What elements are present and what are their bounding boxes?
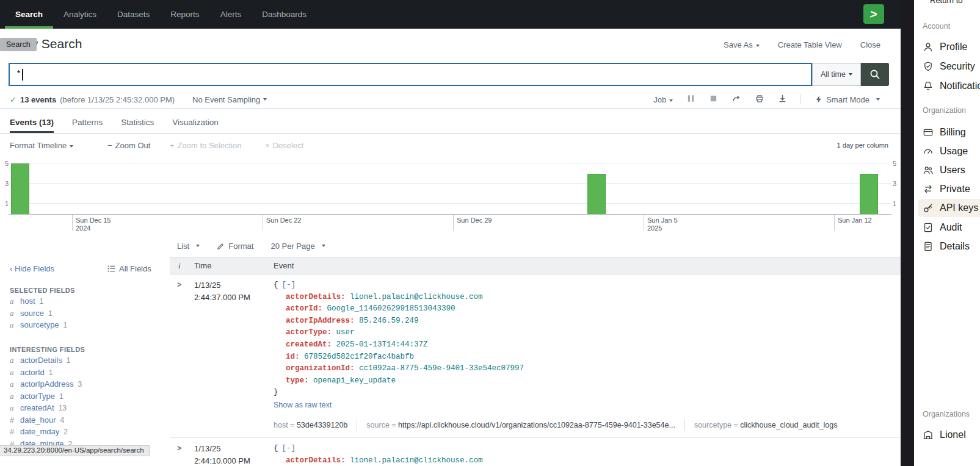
meta-field: host = 53de4339120b [274, 420, 357, 432]
nav-item-datasets[interactable]: Datasets [107, 0, 160, 29]
meta-field-value[interactable]: clickhouse_cloud_audit_logs [740, 421, 837, 429]
show-raw-text-link[interactable]: Show as raw text [274, 400, 901, 412]
nav-item-search[interactable]: Search [5, 0, 53, 29]
event-sampling-dropdown[interactable]: No Event Sampling [192, 90, 267, 109]
format-results-button[interactable]: Format [217, 242, 253, 251]
download-job-button[interactable] [778, 94, 787, 105]
timeline-bar[interactable] [11, 163, 29, 214]
timeline-bar[interactable] [860, 174, 878, 214]
return-link[interactable]: Return to [930, 0, 962, 5]
json-value[interactable]: cc1092aa-8775-459e-9401-33e54ec07997 [359, 364, 524, 373]
json-value[interactable]: 678526d582c1f20fac4babfb [304, 353, 414, 361]
settings-item-billing[interactable]: Billing [918, 123, 980, 142]
zoom-to-selection-button[interactable]: +Zoom to Selection [170, 141, 241, 150]
json-key[interactable]: type: [286, 376, 309, 385]
json-value[interactable]: lionel.palacin@clickhouse.com [350, 456, 483, 465]
expand-event-button[interactable]: > [177, 444, 181, 453]
share-job-button[interactable] [731, 94, 741, 105]
logo-chevron-icon: > [869, 7, 879, 21]
field-item-actoripaddress[interactable]: aactorIpAddress3 [0, 379, 166, 392]
expand-event-button[interactable]: > [177, 281, 181, 289]
per-page-dropdown[interactable]: 20 Per Page [270, 242, 325, 251]
field-name[interactable]: date_hour [20, 415, 56, 425]
search-query-input[interactable]: * [9, 63, 812, 86]
field-item-date-mday[interactable]: #date_mday2 [0, 427, 166, 439]
tab-patterns[interactable]: Patterns [72, 113, 103, 133]
shield-icon [923, 61, 934, 72]
print-job-button[interactable] [755, 94, 764, 106]
time-range-picker[interactable]: All time [812, 63, 861, 86]
list-view-dropdown[interactable]: List [177, 242, 200, 251]
settings-item-lionel[interactable]: Lionel [918, 426, 980, 444]
json-key[interactable]: organizationId: [286, 364, 355, 373]
json-key[interactable]: id: [286, 353, 300, 361]
timeline-bar[interactable] [587, 174, 606, 214]
field-item-actorid[interactable]: aactorId1 [0, 368, 166, 380]
json-value[interactable]: openapi_key_update [313, 376, 396, 385]
all-fields-button[interactable]: All Fields [107, 264, 151, 273]
deselect-button[interactable]: ×Deselect [265, 141, 303, 150]
collapse-json-button[interactable]: [-] [282, 281, 296, 289]
settings-item-api-keys[interactable]: API keys [918, 199, 980, 217]
job-menu-button[interactable]: Job [653, 95, 673, 104]
tab-events-13[interactable]: Events (13) [10, 113, 54, 133]
print-icon [755, 94, 764, 106]
field-item-sourcetype[interactable]: asourcetype1 [0, 320, 166, 332]
field-name[interactable]: actorId [20, 368, 45, 377]
settings-item-users[interactable]: Users [918, 161, 980, 179]
meta-field-value[interactable]: 53de4339120b [297, 421, 347, 429]
field-name[interactable]: actorIpAddress [20, 379, 73, 389]
nav-item-analytics[interactable]: Analytics [53, 0, 107, 29]
field-item-actordetails[interactable]: aactorDetails1 [0, 356, 166, 368]
settings-item-usage[interactable]: Usage [918, 142, 980, 160]
json-value[interactable]: Google_114602629918513043390 [327, 304, 456, 313]
field-name[interactable]: createdAt [20, 403, 54, 412]
hide-fields-button[interactable]: ‹ Hide Fields [10, 264, 54, 273]
field-name[interactable]: actorType [20, 392, 55, 401]
timeline-chart[interactable] [9, 156, 891, 215]
field-name[interactable]: date_mday [20, 427, 59, 436]
tab-statistics[interactable]: Statistics [121, 113, 154, 133]
settings-item-security[interactable]: Security [918, 57, 980, 76]
close-button[interactable]: Close [860, 40, 880, 49]
field-name[interactable]: source [20, 309, 44, 318]
pause-job-button[interactable] [686, 94, 695, 105]
nav-item-reports[interactable]: Reports [160, 0, 209, 29]
json-value[interactable]: 2025-01-13T14:44:37Z [336, 340, 428, 349]
stop-job-button[interactable] [709, 94, 718, 105]
search-button[interactable] [861, 63, 889, 86]
json-key[interactable]: actorId: [286, 304, 322, 313]
json-value[interactable]: user [336, 328, 355, 337]
field-item-host[interactable]: ahost1 [0, 296, 166, 309]
field-name[interactable]: host [20, 296, 35, 306]
json-key[interactable]: createdAt: [286, 340, 332, 349]
format-timeline-button[interactable]: Format Timeline [10, 141, 73, 150]
field-name[interactable]: actorDetails [20, 356, 62, 365]
zoom-out-button[interactable]: −Zoom Out [107, 141, 150, 150]
field-item-createdat[interactable]: acreatedAt13 [0, 403, 166, 415]
json-key[interactable]: actorDetails: [286, 456, 346, 465]
settings-item-private[interactable]: Private [918, 180, 980, 198]
json-key[interactable]: actorDetails: [286, 293, 346, 301]
create-table-view-button[interactable]: Create Table View [778, 40, 842, 49]
settings-item-details[interactable]: Details [918, 237, 980, 256]
settings-item-audit[interactable]: Audit [918, 218, 980, 237]
json-key[interactable]: actorType: [286, 328, 332, 337]
field-name[interactable]: sourcetype [20, 320, 59, 329]
splunk-logo[interactable]: > [863, 4, 884, 24]
json-key[interactable]: actorIpAddress: [286, 317, 355, 325]
settings-item-notifications[interactable]: Notifications [918, 77, 980, 95]
json-value[interactable]: lionel.palacin@clickhouse.com [350, 293, 483, 301]
meta-field-value[interactable]: https://api.clickhouse.cloud/v1/organiza… [398, 421, 675, 429]
search-mode-dropdown[interactable]: Smart Mode [815, 95, 880, 104]
save-as-button[interactable]: Save As [724, 40, 760, 49]
json-value[interactable]: 85.246.59.249 [359, 317, 419, 325]
field-item-source[interactable]: asource1 [0, 309, 166, 321]
settings-item-profile[interactable]: Profile [918, 38, 980, 56]
collapse-json-button[interactable]: [-] [282, 444, 296, 453]
tab-visualization[interactable]: Visualization [172, 113, 219, 133]
field-item-actortype[interactable]: aactorType1 [0, 392, 166, 404]
nav-item-dashboards[interactable]: Dashboards [252, 0, 317, 29]
nav-item-alerts[interactable]: Alerts [210, 0, 252, 29]
field-item-date-hour[interactable]: #date_hour4 [0, 415, 166, 428]
